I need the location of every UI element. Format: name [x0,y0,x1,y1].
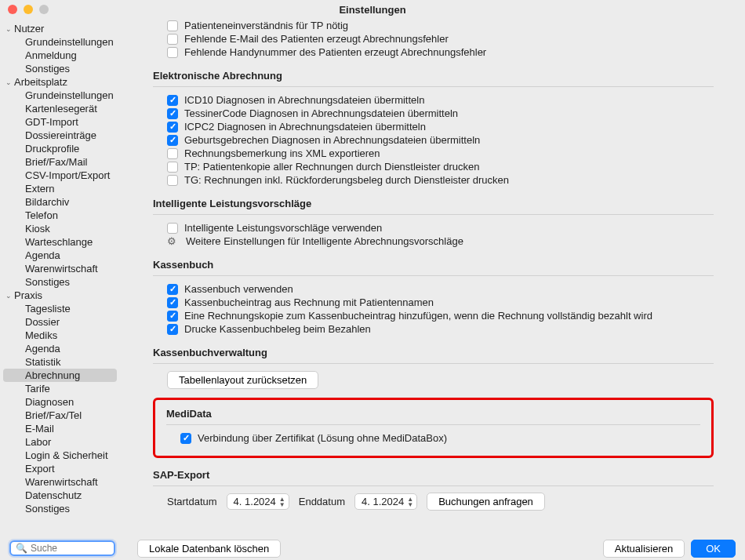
section-title-medidata: MediData [166,408,700,420]
checkbox[interactable] [167,324,178,335]
checkbox-label: ICD10 Diagnosen in Abrechnungsdateien üb… [184,94,424,106]
sidebar-group-label: Arbeitsplatz [14,76,67,88]
sidebar-item[interactable]: Sonstiges [0,275,120,289]
disclosure-icon: ⌄ [5,78,13,86]
checkbox[interactable] [167,135,178,146]
sidebar-item[interactable]: Tarife [0,382,120,395]
checkbox[interactable] [167,20,178,31]
checkbox-label: ICPC2 Diagnosen in Abrechnungsdateien üb… [184,121,426,133]
startdatum-field[interactable]: 4. 1.2024 ▲▼ [227,493,289,510]
enddatum-label: Enddatum [299,496,345,507]
sidebar-group-header[interactable]: ⌄Nutzer [0,22,120,35]
titlebar: Einstellungen [0,0,745,19]
delete-local-db-button[interactable]: Lokale Datenbank löschen [137,540,281,558]
sidebar-item[interactable]: Bildarchiv [0,195,120,209]
checkbox[interactable] [167,297,178,308]
checkbox[interactable] [167,175,178,186]
section-title-kassenbuch: Kassenbuch [153,259,714,271]
sidebar-item[interactable]: Warenwirtschaft [0,262,120,275]
checkbox[interactable] [167,311,178,322]
gear-row-label: Weitere Einstellungen für Intelligente A… [186,235,463,247]
checkbox-medidata-zertifikat[interactable] [180,433,191,444]
sidebar-item[interactable]: Mediks [0,329,120,342]
sidebar-item[interactable]: Sonstiges [0,502,120,515]
sidebar-item[interactable]: Brief/Fax/Tel [0,409,120,422]
startdatum-value: 4. 1.2024 [234,496,276,507]
buchungen-anfragen-button[interactable]: Buchungen anfragen [427,493,545,511]
sidebar-item[interactable]: Tagesliste [0,302,120,315]
checkbox-label: Eine Rechnungskopie zum Kassenbucheintra… [184,310,652,322]
enddatum-value: 4. 1.2024 [362,496,404,507]
checkbox-label: TessinerCode Diagnosen in Abrechnungsdat… [184,107,458,119]
section-title-kassenbuchverwaltung: Kassenbuchverwaltung [153,347,714,358]
sidebar-item[interactable]: Brief/Fax/Mail [0,155,120,169]
checkbox[interactable] [167,108,178,119]
sidebar-item[interactable]: Abrechnung [3,369,117,382]
sidebar-item[interactable]: Kartenlesegerät [0,102,120,115]
refresh-button[interactable]: Aktualisieren [603,540,685,558]
checkbox-label: Fehlende Handynummer des Patienten erzeu… [184,46,486,58]
content-area: Patienteneinverständnis für TP nötigFehl… [122,19,745,541]
section-title-elektronische: Elektronische Abrechnung [153,70,714,82]
checkbox[interactable] [167,122,178,133]
sidebar-group-label: Praxis [14,289,42,301]
checkbox-label: Kassenbucheintrag aus Rechnung mit Patie… [184,296,434,308]
stepper-icon[interactable]: ▲▼ [279,496,285,507]
sidebar-item[interactable]: CSV-Import/Export [0,169,120,182]
sidebar-item[interactable]: Grundeinstellungen [0,35,120,49]
medidata-highlight: MediData Verbindung über Zertifikat (Lös… [153,398,714,458]
sidebar-item[interactable]: Grundeinstellungen [0,89,120,102]
sidebar-item[interactable]: Druckprofile [0,142,120,155]
sidebar-item[interactable]: Datenschutz [0,489,120,502]
startdatum-label: Startdatum [167,496,217,507]
sidebar-item[interactable]: Login & Sicherheit [0,449,120,462]
checkbox[interactable] [167,284,178,295]
sidebar: ⌄NutzerGrundeinstellungenAnmeldungSonsti… [0,19,122,541]
sidebar-item[interactable]: Statistik [0,355,120,369]
section-title-intelligente: Intelligente Leistungsvorschläge [153,198,714,209]
checkbox-label: Fehlende E-Mail des Patienten erzeugt Ab… [184,33,449,45]
checkbox-intelligente-vorschlaege[interactable] [167,223,178,234]
checkbox[interactable] [167,162,178,173]
sidebar-group-header[interactable]: ⌄Praxis [0,289,120,302]
disclosure-icon: ⌄ [5,25,13,33]
sidebar-item[interactable]: GDT-Import [0,115,120,129]
checkbox[interactable] [167,34,178,45]
checkbox-label: Intelligente Leistungsvorschläge verwend… [184,222,382,234]
checkbox-label: Kassenbuch verwenden [184,283,293,295]
checkbox[interactable] [167,148,178,159]
sidebar-item[interactable]: Dossier [0,315,120,329]
checkbox-label: Verbindung über Zertifikat (Lösung ohne … [198,432,447,444]
reset-table-layout-button[interactable]: Tabellenlayout zurücksetzen [167,371,318,389]
stepper-icon[interactable]: ▲▼ [407,496,413,507]
sidebar-item[interactable]: Agenda [0,249,120,262]
sidebar-item[interactable]: Dossiereinträge [0,129,120,142]
sidebar-item[interactable]: Agenda [0,342,120,355]
search-input[interactable] [31,543,109,554]
sidebar-item[interactable]: Diagnosen [0,395,120,409]
search-icon: 🔍 [16,543,27,554]
gear-icon[interactable]: ⚙ [167,235,176,247]
sidebar-item[interactable]: Warteschlange [0,235,120,249]
sidebar-item[interactable]: Anmeldung [0,49,120,62]
enddatum-field[interactable]: 4. 1.2024 ▲▼ [354,493,417,510]
sidebar-item[interactable]: Extern [0,182,120,195]
checkbox[interactable] [167,47,178,58]
checkbox-label: Geburtsgebrechen Diagnosen in Abrechnung… [184,134,480,146]
sidebar-group-label: Nutzer [14,23,44,35]
sidebar-item[interactable]: Telefon [0,209,120,222]
sidebar-item[interactable]: Labor [0,435,120,449]
sidebar-group-header[interactable]: ⌄Arbeitsplatz [0,75,120,89]
sidebar-item[interactable]: Sonstiges [0,62,120,75]
ok-button[interactable]: OK [691,540,736,558]
sidebar-item[interactable]: Kiosk [0,222,120,235]
checkbox-label: Drucke Kassenbuchbeleg beim Bezahlen [184,323,371,335]
checkbox-label: TP: Patientenkopie aller Rechnungen durc… [184,161,480,173]
sidebar-item[interactable]: Warenwirtschaft [0,475,120,489]
search-field-wrap[interactable]: 🔍 [9,540,115,556]
sidebar-item[interactable]: Export [0,462,120,475]
sidebar-item[interactable]: E-Mail [0,422,120,435]
checkbox-label: Rechnungsbemerkung ins XML exportieren [184,147,380,159]
checkbox[interactable] [167,95,178,106]
disclosure-icon: ⌄ [5,292,13,300]
